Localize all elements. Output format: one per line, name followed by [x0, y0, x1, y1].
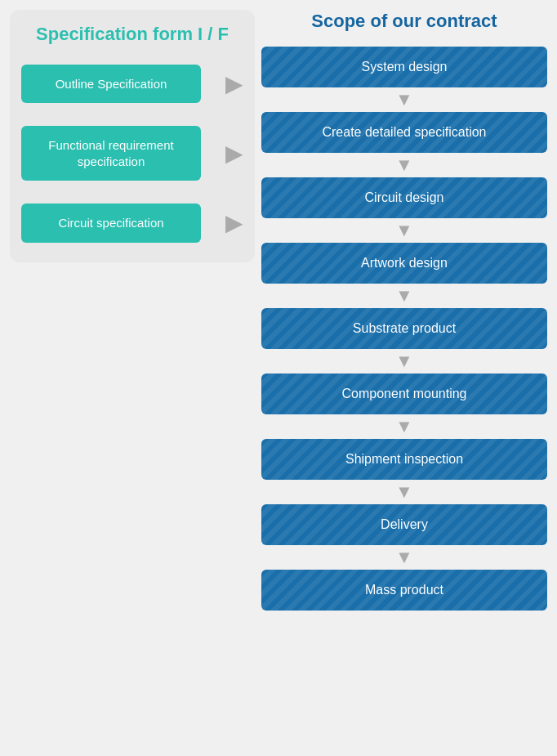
- arrow-down-icon-2: ▼: [395, 221, 413, 239]
- right-box-0[interactable]: System design: [261, 47, 547, 87]
- arrow-down-icon-7: ▼: [395, 548, 413, 566]
- left-box-1[interactable]: Functional requirement specification: [21, 126, 201, 181]
- left-items: Outline Specification▶Functional require…: [21, 65, 243, 243]
- right-box-wrapper-2: Circuit design▼: [261, 177, 547, 243]
- right-box-8[interactable]: Mass product: [261, 570, 547, 611]
- right-box-wrapper-3: Artwork design▼: [261, 243, 547, 308]
- left-panel: Specification form I / F Outline Specifi…: [10, 10, 255, 262]
- right-box-wrapper-0: System design▼: [261, 47, 547, 112]
- right-box-7[interactable]: Delivery: [261, 504, 547, 545]
- main-container: Specification form I / F Outline Specifi…: [10, 10, 547, 611]
- arrow-down-icon-0: ▼: [395, 91, 413, 109]
- right-box-2[interactable]: Circuit design: [261, 177, 547, 218]
- arrow-down-icon-3: ▼: [395, 287, 413, 305]
- left-item-row-1: Functional requirement specification▶: [21, 126, 243, 181]
- arrow-right-icon-0: ▶: [225, 70, 243, 97]
- right-box-wrapper-6: Shipment inspection▼: [261, 439, 547, 504]
- right-box-wrapper-5: Component mounting▼: [261, 374, 547, 439]
- right-panel: Scope of our contract System design▼Crea…: [255, 10, 547, 611]
- right-box-1[interactable]: Create detailed specification: [261, 112, 547, 153]
- right-box-wrapper-7: Delivery▼: [261, 504, 547, 570]
- right-box-wrapper-1: Create detailed specification▼: [261, 112, 547, 177]
- left-item-row-0: Outline Specification▶: [21, 65, 243, 104]
- right-box-6[interactable]: Shipment inspection: [261, 439, 547, 480]
- left-item-row-2: Circuit specification▶: [21, 204, 243, 243]
- left-panel-title: Specification form I / F: [36, 23, 229, 47]
- left-box-0[interactable]: Outline Specification: [21, 65, 201, 104]
- arrow-down-icon-6: ▼: [395, 483, 413, 501]
- arrow-down-icon-4: ▼: [395, 352, 413, 370]
- right-box-wrapper-4: Substrate product▼: [261, 308, 547, 374]
- right-panel-title: Scope of our contract: [311, 10, 497, 34]
- arrow-down-icon-1: ▼: [395, 156, 413, 174]
- arrow-down-icon-5: ▼: [395, 418, 413, 436]
- right-box-wrapper-8: Mass product: [261, 570, 547, 611]
- right-box-3[interactable]: Artwork design: [261, 243, 547, 284]
- right-items: System design▼Create detailed specificat…: [261, 47, 547, 611]
- right-box-5[interactable]: Component mounting: [261, 374, 547, 414]
- arrow-right-icon-1: ▶: [225, 140, 243, 167]
- arrow-right-icon-2: ▶: [225, 209, 243, 236]
- left-box-2[interactable]: Circuit specification: [21, 204, 201, 243]
- right-box-4[interactable]: Substrate product: [261, 308, 547, 349]
